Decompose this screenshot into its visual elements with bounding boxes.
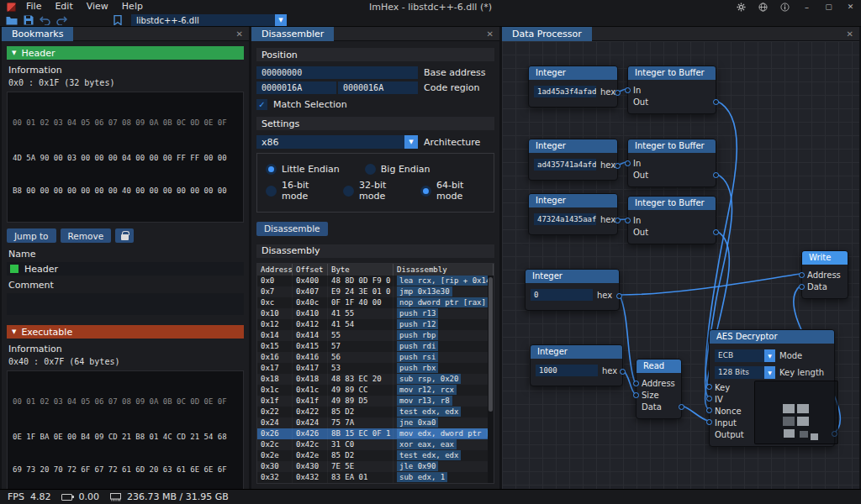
disassembly-row[interactable]: 0x1f 0x41f 49 89 D5 mov r13, r8 [257,396,494,407]
radio-32bit-mode[interactable]: 32-bit mode [343,180,408,202]
match-selection-checkbox[interactable] [256,99,267,110]
bookmark-flag-icon[interactable] [111,15,124,26]
integer-value-input[interactable]: ad435741a4afde [534,159,596,171]
bookmark-collapse-header[interactable]: Header [7,46,244,60]
input-pin[interactable] [625,160,631,166]
disassembly-row[interactable]: 0x32 0x432 83 EA 01 sub edx, 1 [257,472,494,483]
color-swatch[interactable] [10,265,18,273]
output-pin[interactable] [713,229,719,235]
bookmark-name-input[interactable]: Header [7,262,244,276]
disassembly-row[interactable]: 0x12 0x412 41 54 push r12 [257,319,494,330]
bookmark-collapse-header[interactable]: Executable [7,325,244,339]
minimize-button[interactable] [801,2,812,13]
output-pin[interactable] [713,99,719,105]
info-icon[interactable] [779,2,790,13]
settings-gear-icon[interactable] [736,2,747,13]
close-icon[interactable] [841,29,859,39]
radio-big-endian[interactable]: Big Endian [365,164,430,175]
code-region-start-input[interactable]: 0000016A [256,81,336,94]
disassembly-row[interactable]: 0x16 0x416 56 push rsi [257,352,494,363]
settings-section-header[interactable]: Settings [256,117,494,130]
scrollbar[interactable] [488,276,494,483]
disassembly-row[interactable]: 0x7 0x407 E9 24 3E 01 0 jmp 0x13e30 [257,286,494,297]
disassembly-row[interactable]: 0x14 0x414 55 push rbp [257,330,494,341]
disassembly-row[interactable]: 0x30 0x430 7E 5E jle 0x90 [257,461,494,472]
output-pin[interactable] [615,90,621,96]
radio-little-endian[interactable]: Little Endian [266,164,340,175]
jump-to-button[interactable]: Jump to [7,228,56,243]
tab-bookmarks[interactable]: Bookmarks [2,27,73,41]
lock-button[interactable] [115,228,134,243]
save-icon[interactable] [22,15,34,26]
output-pin[interactable] [620,369,626,375]
close-button[interactable] [845,2,856,13]
close-icon[interactable] [230,29,249,39]
comment-input[interactable] [7,293,244,315]
input-pin[interactable] [706,419,712,425]
output-pin[interactable] [615,163,621,169]
disassembly-row[interactable]: 0x10 0x410 41 55 push r13 [257,308,494,319]
redo-icon[interactable] [55,15,68,26]
base-address-input[interactable]: 00000000 [256,66,418,79]
disassembly-row[interactable]: 0x24 0x424 75 7A jne 0xa0 [257,417,494,428]
output-pin[interactable] [616,293,622,299]
input-pin[interactable] [625,218,631,223]
disassembly-row[interactable]: 0x0 0x400 48 8D 0D F9 0 lea rcx, [rip + … [257,276,494,286]
graph-minimap[interactable] [754,381,838,444]
aes-keylength-select[interactable]: 128 Bits [715,366,775,379]
scrollbar-thumb[interactable] [489,277,493,412]
node-integer-to-buffer-2[interactable]: Integer to Buffer In Out [627,139,716,187]
input-pin[interactable] [633,381,639,386]
tab-data-processor[interactable]: Data Processor [502,27,592,41]
disassembly-row[interactable]: 0x2e 0x42e 85 D2 test edx, edx [257,450,494,461]
undo-icon[interactable] [39,15,51,26]
aes-mode-select[interactable]: ECB [715,349,775,362]
disassembly-section-header[interactable]: Disassembly [256,244,494,258]
code-region-end-input[interactable]: 0000016A [338,81,418,94]
disassembly-row[interactable]: 0x17 0x417 53 push rbx [257,363,494,374]
node-integer-to-buffer-1[interactable]: Integer to Buffer In Out [627,66,716,114]
output-pin[interactable] [679,404,684,410]
output-pin[interactable] [713,172,719,178]
link[interactable] [620,274,800,295]
disassembly-row[interactable]: 0x26 0x426 8B 15 EC 0F 1 mov edx, dword … [257,428,494,439]
input-pin[interactable] [799,272,805,278]
disassembly-row[interactable]: 0x1c 0x41c 49 89 CC mov r12, rcx [257,385,494,396]
node-integer-4[interactable]: Integer 0 hex [525,269,620,311]
link[interactable] [682,406,708,421]
remove-button[interactable]: Remove [61,228,112,243]
disassembly-row[interactable]: 0x18 0x418 48 83 EC 20 sub rsp, 0x20 [257,374,494,385]
integer-value-input[interactable]: 0 [531,289,593,301]
disassembly-row[interactable]: 0x22 0x422 85 D2 test edx, edx [257,407,494,417]
disassemble-button[interactable]: Disassemble [256,222,328,236]
menu-view[interactable]: View [80,0,115,13]
input-pin[interactable] [799,284,805,290]
architecture-select[interactable]: x86 [256,135,418,149]
file-selector[interactable]: libstdc++-6.dll [131,14,287,26]
position-section-header[interactable]: Position [256,48,494,61]
menu-help[interactable]: Help [115,0,150,13]
node-graph-canvas[interactable]: Integer 1ad45a3f4afad4 hex Integer to Bu… [502,41,859,489]
integer-value-input[interactable]: 47324a1435aafe [534,213,596,225]
input-pin[interactable] [633,392,639,398]
node-integer-3[interactable]: Integer 47324a1435aafe hex [528,193,618,235]
input-pin[interactable] [706,384,712,390]
maximize-button[interactable] [823,2,834,13]
node-write[interactable]: Write Address Data [801,250,848,299]
radio-16bit-mode[interactable]: 16-bit mode [266,180,330,202]
menu-edit[interactable]: Edit [48,0,79,13]
globe-icon[interactable] [758,2,769,13]
node-read[interactable]: Read Address Size Data [636,359,682,419]
node-integer-2[interactable]: Integer ad435741a4afde hex [528,139,618,181]
output-pin[interactable] [615,218,621,223]
radio-64bit-mode[interactable]: 64-bit mode [420,180,485,202]
input-pin[interactable] [625,87,631,93]
menu-file[interactable]: File [19,0,48,13]
disassembly-row[interactable]: 0x15 0x415 57 push rdi [257,341,494,352]
integer-value-input[interactable]: 1ad45a3f4afad4 [534,86,596,97]
tab-disassembler[interactable]: Disassembler [251,27,334,41]
node-integer-1[interactable]: Integer 1ad45a3f4afad4 hex [528,66,618,108]
node-integer-to-buffer-3[interactable]: Integer to Buffer In Out [627,196,716,244]
disassembly-row[interactable]: 0xc 0x40c 0F 1F 40 00 nop dword ptr [rax… [257,297,494,308]
input-pin[interactable] [706,407,712,413]
